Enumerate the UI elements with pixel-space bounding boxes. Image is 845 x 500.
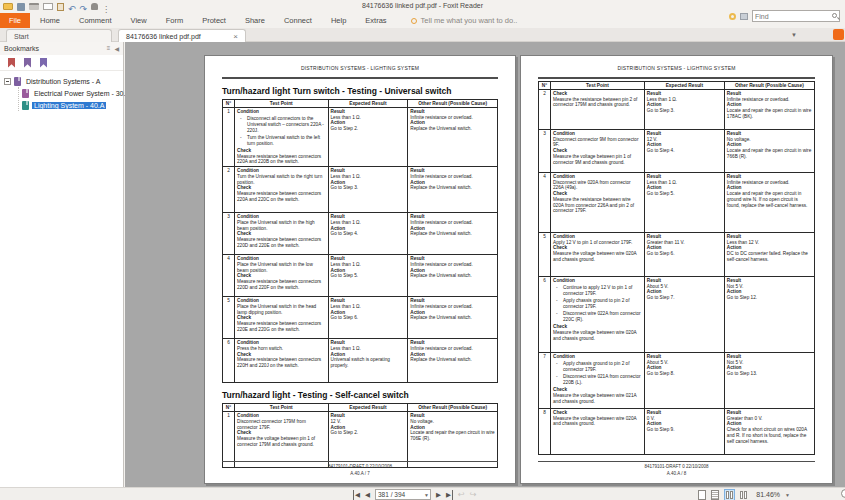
page-footer: 84179101-DRAFT 0 22/10/2008 A.40.A / 8 bbox=[538, 461, 815, 477]
zoom-level[interactable]: 81.46% bbox=[756, 491, 780, 498]
table-cell: 4 bbox=[539, 173, 551, 233]
table-cell: ResultInfinite resistance or overload.Ac… bbox=[724, 173, 814, 233]
table-cell: ResultNot 5 V.ActionGo to Step 12. bbox=[724, 277, 814, 353]
tab-bar: Start 84176636 linked pdf.pdf × ▼ bbox=[0, 28, 845, 42]
table-cell: 3 bbox=[223, 213, 235, 255]
table-row: 3ConditionPlace the Universal switch in … bbox=[223, 213, 498, 255]
bookmark-item-electrical[interactable]: Electrical Power System - 30.A bbox=[22, 87, 123, 99]
bookmark-item-lighting[interactable]: Lighting System - 40.A bbox=[22, 99, 123, 111]
menu-protect[interactable]: Protect bbox=[202, 16, 226, 25]
table-row: 5ConditionPlace the Universal switch in … bbox=[223, 297, 498, 339]
table-cell: 7 bbox=[539, 353, 551, 409]
notification-icon[interactable] bbox=[833, 29, 844, 40]
file-menu-button[interactable]: File bbox=[0, 13, 30, 28]
table-cell: ResultInfinite resistance or overload.Ac… bbox=[408, 297, 498, 339]
continuous-view-icon[interactable] bbox=[711, 490, 719, 500]
bookmarks-panel: Bookmarks ≡ ◀ Distribution Systems - A bbox=[0, 42, 124, 487]
panel-menu-icon[interactable]: ≡ bbox=[107, 45, 111, 52]
document-area[interactable]: DISTRIBUTION SYSTEMS - LIGHTING SYSTEM T… bbox=[125, 42, 845, 487]
table-row: 2ConditionTurn the Universal switch to t… bbox=[223, 167, 498, 213]
header-rule bbox=[222, 77, 498, 79]
menu-help[interactable]: Help bbox=[331, 16, 346, 25]
find-options-icon[interactable] bbox=[740, 13, 748, 20]
table-row: 8CheckMeasure the voltage between wire 0… bbox=[539, 409, 815, 455]
facing-view-icon[interactable] bbox=[724, 489, 735, 500]
table-cell: ConditionPlace the Universal switch in t… bbox=[235, 297, 329, 339]
tab-start[interactable]: Start bbox=[6, 29, 112, 42]
menu-home[interactable]: Home bbox=[40, 16, 60, 25]
table-cell: ResultInfinite resistance or overload.Ac… bbox=[408, 108, 498, 167]
column-header: Test Point bbox=[551, 82, 645, 90]
pdf-page-2: DISTRIBUTION SYSTEMS - LIGHTING SYSTEM N… bbox=[520, 55, 833, 484]
menu-comment[interactable]: Comment bbox=[79, 16, 112, 25]
menu-share[interactable]: Share bbox=[245, 16, 265, 25]
header-rule bbox=[538, 77, 815, 79]
next-page-button[interactable]: ▶ bbox=[436, 490, 441, 500]
find-box bbox=[752, 10, 840, 22]
bookmark-item-root[interactable]: Distribution Systems - A bbox=[4, 75, 123, 87]
search-icon[interactable] bbox=[832, 13, 837, 18]
table-row: 1ConditionDisconnect all connectors to t… bbox=[223, 108, 498, 167]
table-cell: ResultGreater than 11 V.ActionGo to Step… bbox=[644, 233, 724, 277]
pdf-page-1: DISTRIBUTION SYSTEMS - LIGHTING SYSTEM T… bbox=[204, 55, 516, 484]
table-cell: ResultNot 5 V.ActionGo to Step 13. bbox=[724, 353, 814, 409]
menu-view[interactable]: View bbox=[131, 16, 147, 25]
table-cell: ConditionDisconnect wire 020A from conne… bbox=[551, 173, 645, 233]
table-cell: ConditionPlace the Universal switch in t… bbox=[235, 255, 329, 297]
close-tab-icon[interactable]: × bbox=[233, 32, 238, 41]
table-cell: CheckMeasure the voltage between wire 02… bbox=[551, 409, 645, 455]
tab-document[interactable]: 84176636 linked pdf.pdf × bbox=[118, 29, 246, 42]
table-cell: 3 bbox=[539, 130, 551, 173]
previous-view-icon[interactable]: ↩ bbox=[458, 490, 465, 500]
previous-page-button[interactable]: ◀ bbox=[365, 490, 370, 500]
table-row: 4ConditionDisconnect wire 020A from conn… bbox=[539, 173, 815, 233]
table-cell: ResultLess than 1 Ω.ActionGo to Step 3. bbox=[644, 90, 724, 130]
table-cell: Result12 V.ActionGo to Step 2. bbox=[328, 412, 408, 468]
column-header: Other Result (Possible Cause) bbox=[408, 404, 498, 412]
table-cell: ResultLess than 1 Ω.ActionGo to Step 3. bbox=[328, 167, 408, 213]
next-view-icon[interactable]: ↪ bbox=[470, 490, 477, 500]
bookmark-options-icon[interactable] bbox=[40, 58, 47, 68]
table-cell: ConditionPress the horn switch.CheckMeas… bbox=[235, 339, 329, 383]
find-input[interactable] bbox=[755, 11, 827, 21]
last-page-button[interactable]: ▶ bbox=[446, 490, 453, 500]
zoom-dropdown-icon[interactable]: ▼ bbox=[785, 492, 790, 498]
table-cell: 5 bbox=[223, 297, 235, 339]
highlight-icon[interactable] bbox=[729, 13, 736, 20]
table-cell: ResultInfinite resistance or overload.Ac… bbox=[724, 90, 814, 130]
table-cell: ResultInfinite resistance or overload.Ac… bbox=[408, 167, 498, 213]
menu-extras[interactable]: Extras bbox=[365, 16, 386, 25]
column-header: Other Result (Possible Cause) bbox=[408, 100, 498, 108]
collapse-node-icon[interactable] bbox=[4, 78, 11, 85]
collapse-bookmarks-icon[interactable] bbox=[24, 58, 31, 68]
continuous-facing-view-icon[interactable] bbox=[740, 491, 747, 499]
table-cell: ResultLess than 1 Ω.ActionGo to Step 5. bbox=[644, 173, 724, 233]
single-page-view-icon[interactable] bbox=[698, 490, 706, 500]
collapse-panel-icon[interactable]: ◀ bbox=[114, 45, 119, 52]
foxit-reader-window: 84176636 linked pdf.pdf - Foxit Reader F… bbox=[0, 0, 845, 500]
table-cell: ResultLess than 1 Ω.ActionGo to Step 6. bbox=[328, 297, 408, 339]
tab-list-dropdown-icon[interactable]: ▼ bbox=[791, 32, 797, 38]
section-title-universal-switch: Turn/hazard light Turn switch - Testing … bbox=[222, 86, 498, 96]
table-cell: 6 bbox=[223, 339, 235, 383]
test-table-universal-switch: N°Test PointExpected ResultOther Result … bbox=[222, 99, 498, 383]
page-number-input[interactable] bbox=[378, 490, 420, 499]
page-number-box: ▼ bbox=[375, 489, 431, 500]
zoom-out-icon[interactable] bbox=[841, 489, 845, 498]
table-row: 4ConditionPlace the Universal switch in … bbox=[223, 255, 498, 297]
page-dropdown-icon[interactable]: ▼ bbox=[424, 492, 429, 498]
first-page-button[interactable]: ◀ bbox=[353, 490, 360, 500]
menu-connect[interactable]: Connect bbox=[284, 16, 312, 25]
expand-bookmarks-icon[interactable] bbox=[8, 58, 15, 68]
table-cell: ResultNo voltage.ActionLocate and repair… bbox=[724, 130, 814, 173]
bookmark-label: Distribution Systems - A bbox=[24, 78, 102, 85]
title-bar: 84176636 linked pdf.pdf - Foxit Reader bbox=[0, 0, 845, 13]
table-cell: ConditionTurn the Universal switch to th… bbox=[235, 167, 329, 213]
bookmark-children: Electrical Power System - 30.A Lighting … bbox=[18, 87, 123, 111]
table-cell: 2 bbox=[539, 90, 551, 130]
table-cell: ResultInfinite resistance or overload.Ac… bbox=[408, 255, 498, 297]
table-cell: ResultInfinite resistance or overload.Ac… bbox=[408, 339, 498, 383]
table-cell: 6 bbox=[539, 277, 551, 353]
tell-me-box[interactable]: Tell me what you want to do.. bbox=[411, 16, 518, 25]
menu-form[interactable]: Form bbox=[166, 16, 184, 25]
